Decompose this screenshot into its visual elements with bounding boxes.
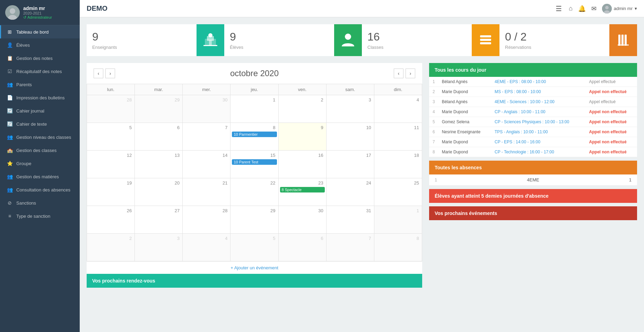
calendar-day[interactable]: 18 [374,151,422,178]
calendar-day[interactable]: 24 [326,178,374,206]
sidebar-item-recapitulatif-notes[interactable]: ☑ Récapitulatif des notes [0,65,80,78]
day-number: 4 [184,235,229,242]
sidebar-item-groupe[interactable]: ⭐ Groupe [0,157,80,170]
parents-icon: 👥 [7,82,13,87]
cal-next-month-button[interactable]: › [406,69,415,78]
calendar-day[interactable]: 2 [87,234,135,261]
row-teacher: Béland Agnès [438,77,491,87]
stat-icon-classes [472,24,499,56]
main-content: DEMO ☰ ⌂ 🔔 ✉ admin mr ▾ [80,0,644,332]
calendar-day[interactable]: 6 [135,123,183,151]
table-row[interactable]: 7 Marie Dupond CP - EPS : 14:00 - 16:00 … [429,137,637,147]
calendar-day[interactable]: 5 [87,123,135,151]
cal-prev-month-button[interactable]: ‹ [394,69,403,78]
calendar-day[interactable]: 30 [278,206,326,234]
cal-prev-button[interactable]: ‹ [94,69,103,78]
calendar-day[interactable]: 25 [374,178,422,206]
bell-icon[interactable]: 🔔 [578,5,586,12]
sidebar-item-type-sanction[interactable]: ≡ Type de sanction [0,209,80,223]
table-row[interactable]: 5 Gomez Selena CP - Sciences Physiques :… [429,117,637,127]
mail-icon[interactable]: ✉ [591,5,597,12]
calendar-day[interactable]: 19 [87,178,135,206]
calendar-day[interactable]: 5 [230,234,278,261]
day-number: 26 [88,207,133,214]
calendar-day[interactable]: 238 Spectacle [278,178,326,206]
calendar-day[interactable]: 4 [374,95,422,123]
day-number: 5 [232,235,277,242]
calendar-day[interactable]: 3 [135,234,183,261]
calendar-event[interactable]: 10 Parent Test [232,159,277,165]
row-status: Appel effectué [586,77,637,87]
calendar-day[interactable]: 12 [87,151,135,178]
calendar-day[interactable]: 1 [374,206,422,234]
table-row[interactable]: 1 Béland Agnès 4EME - EPS : 08:00 - 10:0… [429,77,637,87]
calendar-day[interactable]: 1 [230,95,278,123]
calendar-day[interactable]: 2 [278,95,326,123]
stat-card-text: 16 Classes [362,24,472,56]
topbar-user[interactable]: admin mr ▾ [602,4,637,14]
home-icon[interactable]: ⌂ [569,5,573,12]
calendar-day[interactable]: 22 [230,178,278,206]
table-row[interactable]: 6 Nesrine Enseignante TPS - Anglais : 10… [429,127,637,137]
sidebar-item-tableau-de-bord[interactable]: ⊞ Tableau de bord [0,25,80,38]
calendar-day[interactable]: 17 [326,151,374,178]
calendar-day[interactable]: 7 [183,123,230,151]
row-course: CP - Technologie : 16:00 - 17:00 [491,147,586,157]
row-teacher: Marie Dupond [438,87,491,97]
calendar-day[interactable]: 29 [135,95,183,123]
day-number: 30 [184,97,229,103]
sidebar-item-consultation-absences[interactable]: 👥 Consultation des absences [0,183,80,196]
calendar-day[interactable]: 810 Parmentier [230,123,278,151]
calendar-day[interactable]: 30 [183,95,230,123]
sidebar-item-eleves[interactable]: 👤 Élèves [0,38,80,52]
sidebar-item-impression-bulletins[interactable]: 📄 Impression des bulletins [0,91,80,104]
table-row[interactable]: 8 Marie Dupond CP - Technologie : 16:00 … [429,147,637,157]
calendar-day[interactable]: 9 [278,123,326,151]
calendar-day[interactable]: 27 [135,206,183,234]
cal-next-button[interactable]: › [105,69,115,78]
sidebar-item-cahier-texte[interactable]: 🔄 Cahier de texte [0,117,80,131]
sidebar-item-gestion-matieres[interactable]: 👥 Gestion des matières [0,170,80,183]
calendar-day[interactable]: 3 [326,95,374,123]
calendar-day[interactable]: 4 [183,234,230,261]
calendar-day[interactable]: 31 [326,206,374,234]
calendar-day[interactable]: 1510 Parent Test [230,151,278,178]
refresh-icon: ↺ [23,15,26,20]
calendar-day[interactable]: 16 [278,151,326,178]
menu-icon[interactable]: ☰ [556,5,562,13]
sidebar-item-label: Cahier de texte [16,122,47,127]
day-number: 20 [136,180,181,186]
calendar-day[interactable]: 6 [278,234,326,261]
calendar-day[interactable]: 13 [135,151,183,178]
calendar-day[interactable]: 29 [230,206,278,234]
calendar-day[interactable]: 7 [326,234,374,261]
calendar-day[interactable]: 20 [135,178,183,206]
calendar-day[interactable]: 14 [183,151,230,178]
add-event-button[interactable]: + Ajouter un événement [87,261,422,274]
sidebar-item-gestion-classes[interactable]: 🏫 Gestion des classes [0,144,80,157]
calendar-day[interactable]: 26 [87,206,135,234]
sidebar-item-parents[interactable]: 👥 Parents [0,78,80,91]
svg-point-4 [605,6,609,9]
table-row[interactable]: 3 Béland Agnès 4EME - Sciences : 10:00 -… [429,97,637,107]
row-num: 5 [429,117,438,127]
table-row[interactable]: 2 Marie Dupond MS - EPS : 08:00 - 10:00 … [429,87,637,97]
sidebar-item-label: Type de sanction [16,214,50,219]
sidebar-item-cahier-journal[interactable]: 🔄 Cahier journal [0,104,80,117]
table-row[interactable]: 4 Marie Dupond CP - Anglais : 10:00 - 11… [429,107,637,117]
svg-point-1 [10,8,15,14]
calendar-day[interactable]: 28 [183,206,230,234]
calendar-day[interactable]: 28 [87,95,135,123]
calendar-day[interactable]: 11 [374,123,422,151]
day-number: 4 [376,97,420,103]
sidebar-item-gestion-notes[interactable]: 📋 Gestion des notes [0,52,80,65]
sidebar-item-sanctions[interactable]: ⊘ Sanctions [0,196,80,209]
calendar-event[interactable]: 10 Parmentier [232,132,277,137]
sidebar-item-gestion-niveau[interactable]: 👥 Gestion niveau des classes [0,131,80,144]
calendar-day[interactable]: 8 [374,234,422,261]
calendar-day[interactable]: 21 [183,178,230,206]
day-number: 9 [280,124,325,131]
calendar-day[interactable]: 10 [326,123,374,151]
calendar-event[interactable]: 8 Spectacle [280,187,325,192]
topbar-username: admin mr [614,6,633,11]
